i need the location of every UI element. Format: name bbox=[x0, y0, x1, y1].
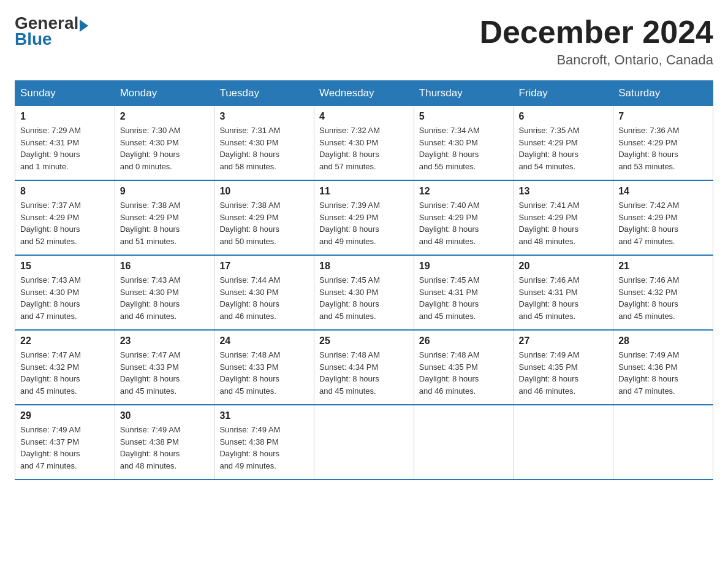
day-number: 11 bbox=[319, 186, 409, 197]
day-number: 26 bbox=[419, 335, 509, 347]
calendar-cell: 22Sunrise: 7:47 AMSunset: 4:32 PMDayligh… bbox=[15, 330, 115, 405]
day-info: Sunrise: 7:43 AMSunset: 4:30 PMDaylight:… bbox=[20, 274, 110, 322]
calendar-cell: 1Sunrise: 7:29 AMSunset: 4:31 PMDaylight… bbox=[15, 106, 115, 181]
calendar-cell: 29Sunrise: 7:49 AMSunset: 4:37 PMDayligh… bbox=[15, 405, 115, 480]
day-info: Sunrise: 7:47 AMSunset: 4:32 PMDaylight:… bbox=[20, 349, 110, 397]
calendar-cell: 17Sunrise: 7:44 AMSunset: 4:30 PMDayligh… bbox=[214, 255, 314, 330]
day-info: Sunrise: 7:48 AMSunset: 4:34 PMDaylight:… bbox=[319, 349, 409, 397]
day-info: Sunrise: 7:42 AMSunset: 4:29 PMDaylight:… bbox=[618, 199, 708, 247]
day-info: Sunrise: 7:38 AMSunset: 4:29 PMDaylight:… bbox=[219, 199, 309, 247]
calendar-cell: 14Sunrise: 7:42 AMSunset: 4:29 PMDayligh… bbox=[613, 180, 713, 255]
day-info: Sunrise: 7:37 AMSunset: 4:29 PMDaylight:… bbox=[20, 199, 110, 247]
day-number: 25 bbox=[319, 335, 409, 347]
day-info: Sunrise: 7:43 AMSunset: 4:30 PMDaylight:… bbox=[120, 274, 210, 322]
day-number: 23 bbox=[120, 335, 210, 347]
day-info: Sunrise: 7:49 AMSunset: 4:36 PMDaylight:… bbox=[618, 349, 708, 397]
calendar-cell: 7Sunrise: 7:36 AMSunset: 4:29 PMDaylight… bbox=[613, 106, 713, 181]
col-header-thursday: Thursday bbox=[414, 81, 514, 106]
title-section: December 2024 Bancroft, Ontario, Canada bbox=[479, 15, 713, 68]
day-number: 24 bbox=[219, 335, 309, 347]
day-number: 22 bbox=[20, 335, 110, 347]
calendar-cell: 4Sunrise: 7:32 AMSunset: 4:30 PMDaylight… bbox=[314, 106, 414, 181]
calendar-cell: 31Sunrise: 7:49 AMSunset: 4:38 PMDayligh… bbox=[214, 405, 314, 480]
day-number: 10 bbox=[219, 186, 309, 197]
calendar-cell: 15Sunrise: 7:43 AMSunset: 4:30 PMDayligh… bbox=[15, 255, 115, 330]
day-number: 21 bbox=[618, 261, 708, 272]
day-number: 30 bbox=[120, 410, 210, 421]
calendar-cell bbox=[613, 405, 713, 480]
day-info: Sunrise: 7:46 AMSunset: 4:32 PMDaylight:… bbox=[618, 274, 708, 322]
day-number: 28 bbox=[618, 335, 708, 347]
day-info: Sunrise: 7:49 AMSunset: 4:37 PMDaylight:… bbox=[20, 424, 110, 472]
calendar-cell: 18Sunrise: 7:45 AMSunset: 4:30 PMDayligh… bbox=[314, 255, 414, 330]
calendar-cell: 13Sunrise: 7:41 AMSunset: 4:29 PMDayligh… bbox=[514, 180, 613, 255]
day-number: 31 bbox=[219, 410, 309, 421]
day-info: Sunrise: 7:32 AMSunset: 4:30 PMDaylight:… bbox=[319, 124, 409, 172]
calendar-week-4: 22Sunrise: 7:47 AMSunset: 4:32 PMDayligh… bbox=[15, 330, 713, 405]
day-info: Sunrise: 7:44 AMSunset: 4:30 PMDaylight:… bbox=[219, 274, 309, 322]
calendar-cell: 2Sunrise: 7:30 AMSunset: 4:30 PMDaylight… bbox=[115, 106, 214, 181]
day-info: Sunrise: 7:39 AMSunset: 4:29 PMDaylight:… bbox=[319, 199, 409, 247]
day-info: Sunrise: 7:45 AMSunset: 4:30 PMDaylight:… bbox=[319, 274, 409, 322]
month-title: December 2024 bbox=[479, 15, 713, 50]
day-info: Sunrise: 7:49 AMSunset: 4:38 PMDaylight:… bbox=[120, 424, 210, 472]
day-number: 9 bbox=[120, 186, 210, 197]
day-number: 29 bbox=[20, 410, 110, 421]
calendar-cell: 24Sunrise: 7:48 AMSunset: 4:33 PMDayligh… bbox=[214, 330, 314, 405]
col-header-saturday: Saturday bbox=[613, 81, 713, 106]
calendar-week-5: 29Sunrise: 7:49 AMSunset: 4:37 PMDayligh… bbox=[15, 405, 713, 480]
calendar-cell: 11Sunrise: 7:39 AMSunset: 4:29 PMDayligh… bbox=[314, 180, 414, 255]
day-number: 17 bbox=[219, 261, 309, 272]
day-info: Sunrise: 7:31 AMSunset: 4:30 PMDaylight:… bbox=[219, 124, 309, 172]
calendar-cell: 3Sunrise: 7:31 AMSunset: 4:30 PMDaylight… bbox=[214, 106, 314, 181]
day-info: Sunrise: 7:38 AMSunset: 4:29 PMDaylight:… bbox=[120, 199, 210, 247]
logo-arrow-icon bbox=[80, 20, 88, 32]
location-title: Bancroft, Ontario, Canada bbox=[479, 52, 713, 68]
day-info: Sunrise: 7:47 AMSunset: 4:33 PMDaylight:… bbox=[120, 349, 210, 397]
calendar-week-2: 8Sunrise: 7:37 AMSunset: 4:29 PMDaylight… bbox=[15, 180, 713, 255]
calendar-week-1: 1Sunrise: 7:29 AMSunset: 4:31 PMDaylight… bbox=[15, 106, 713, 181]
day-number: 6 bbox=[519, 111, 609, 122]
calendar-cell: 9Sunrise: 7:38 AMSunset: 4:29 PMDaylight… bbox=[115, 180, 214, 255]
calendar-cell: 10Sunrise: 7:38 AMSunset: 4:29 PMDayligh… bbox=[214, 180, 314, 255]
day-info: Sunrise: 7:46 AMSunset: 4:31 PMDaylight:… bbox=[519, 274, 609, 322]
calendar-week-3: 15Sunrise: 7:43 AMSunset: 4:30 PMDayligh… bbox=[15, 255, 713, 330]
day-number: 5 bbox=[419, 111, 509, 122]
day-info: Sunrise: 7:36 AMSunset: 4:29 PMDaylight:… bbox=[618, 124, 708, 172]
col-header-wednesday: Wednesday bbox=[314, 81, 414, 106]
calendar-cell: 5Sunrise: 7:34 AMSunset: 4:30 PMDaylight… bbox=[414, 106, 514, 181]
calendar-cell: 16Sunrise: 7:43 AMSunset: 4:30 PMDayligh… bbox=[115, 255, 214, 330]
day-number: 15 bbox=[20, 261, 110, 272]
day-number: 14 bbox=[618, 186, 708, 197]
day-number: 12 bbox=[419, 186, 509, 197]
day-info: Sunrise: 7:30 AMSunset: 4:30 PMDaylight:… bbox=[120, 124, 210, 172]
day-info: Sunrise: 7:49 AMSunset: 4:38 PMDaylight:… bbox=[219, 424, 309, 472]
day-number: 13 bbox=[519, 186, 609, 197]
calendar-cell: 19Sunrise: 7:45 AMSunset: 4:31 PMDayligh… bbox=[414, 255, 514, 330]
calendar-cell: 21Sunrise: 7:46 AMSunset: 4:32 PMDayligh… bbox=[613, 255, 713, 330]
calendar-cell: 12Sunrise: 7:40 AMSunset: 4:29 PMDayligh… bbox=[414, 180, 514, 255]
day-number: 20 bbox=[519, 261, 609, 272]
day-number: 19 bbox=[419, 261, 509, 272]
day-number: 16 bbox=[120, 261, 210, 272]
day-info: Sunrise: 7:40 AMSunset: 4:29 PMDaylight:… bbox=[419, 199, 509, 247]
day-info: Sunrise: 7:41 AMSunset: 4:29 PMDaylight:… bbox=[519, 199, 609, 247]
day-number: 2 bbox=[120, 111, 210, 122]
day-info: Sunrise: 7:34 AMSunset: 4:30 PMDaylight:… bbox=[419, 124, 509, 172]
logo-blue-text: Blue bbox=[15, 29, 52, 49]
day-number: 3 bbox=[219, 111, 309, 122]
col-header-sunday: Sunday bbox=[15, 81, 115, 106]
day-number: 1 bbox=[20, 111, 110, 122]
calendar-cell: 30Sunrise: 7:49 AMSunset: 4:38 PMDayligh… bbox=[115, 405, 214, 480]
day-info: Sunrise: 7:35 AMSunset: 4:29 PMDaylight:… bbox=[519, 124, 609, 172]
calendar-cell: 20Sunrise: 7:46 AMSunset: 4:31 PMDayligh… bbox=[514, 255, 613, 330]
day-info: Sunrise: 7:45 AMSunset: 4:31 PMDaylight:… bbox=[419, 274, 509, 322]
calendar-cell bbox=[514, 405, 613, 480]
calendar-cell: 26Sunrise: 7:48 AMSunset: 4:35 PMDayligh… bbox=[414, 330, 514, 405]
calendar-table: SundayMondayTuesdayWednesdayThursdayFrid… bbox=[15, 80, 713, 480]
day-info: Sunrise: 7:49 AMSunset: 4:35 PMDaylight:… bbox=[519, 349, 609, 397]
day-number: 18 bbox=[319, 261, 409, 272]
calendar-header-row: SundayMondayTuesdayWednesdayThursdayFrid… bbox=[15, 81, 713, 106]
calendar-cell: 28Sunrise: 7:49 AMSunset: 4:36 PMDayligh… bbox=[613, 330, 713, 405]
col-header-monday: Monday bbox=[115, 81, 214, 106]
